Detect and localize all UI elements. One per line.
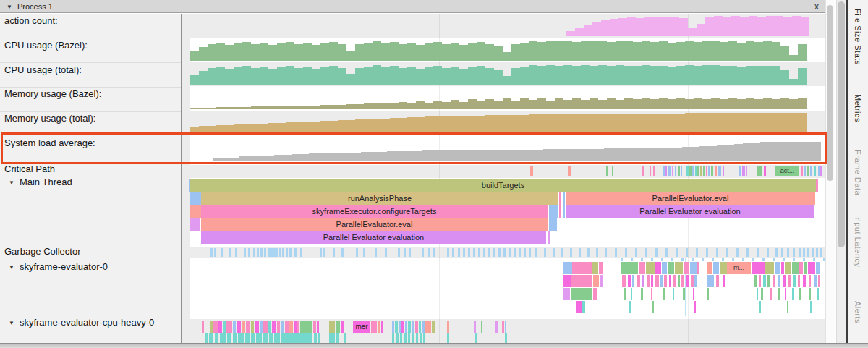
sidebar-tab-alerts[interactable]: Alerts [854, 301, 862, 323]
trace-slice[interactable] [401, 321, 404, 333]
trace-slice[interactable] [707, 275, 714, 287]
trace-slice[interactable] [281, 321, 284, 333]
critical-path-slice[interactable] [757, 166, 762, 176]
trace-slice[interactable] [242, 321, 245, 333]
gc-slice[interactable] [535, 248, 537, 257]
trace-slice[interactable] [799, 288, 801, 300]
trace-slice[interactable] [631, 288, 632, 300]
trace-slice[interactable] [639, 262, 645, 274]
trace-slice[interactable] [251, 321, 254, 333]
gc-slice[interactable] [468, 248, 470, 257]
trace-slice[interactable] [809, 275, 811, 287]
gc-slice[interactable] [529, 248, 531, 257]
trace-slice[interactable] [707, 262, 712, 274]
gc-slice[interactable] [615, 248, 617, 257]
trace-slice[interactable] [793, 275, 796, 287]
trace-slice[interactable] [563, 262, 572, 274]
critical-path-slice[interactable] [681, 166, 682, 176]
trace-slice[interactable] [792, 288, 794, 300]
gc-slice[interactable] [356, 248, 358, 257]
trace-slice[interactable] [816, 262, 820, 274]
trace-slice[interactable]: buildTargets [190, 179, 816, 192]
trace-slice[interactable] [628, 275, 631, 287]
inner-scrollbar-thumb[interactable] [827, 5, 833, 181]
gc-slice[interactable] [463, 248, 465, 257]
trace-slice[interactable] [274, 333, 280, 343]
sidebar-tab-file-size-stats[interactable]: File Size Stats [854, 9, 862, 65]
critical-path-slice[interactable] [764, 166, 766, 176]
trace-slice[interactable] [763, 275, 766, 287]
gc-slice[interactable] [524, 248, 526, 257]
collapse-arrow-icon[interactable]: ▼ [7, 4, 12, 10]
gc-slice[interactable] [428, 248, 430, 257]
timeline-canvas[interactable]: act...buildTargetsrunAnalysisPhaseParall… [0, 0, 825, 343]
trace-slice[interactable] [681, 275, 684, 287]
trace-slice[interactable] [693, 288, 694, 300]
trace-slice[interactable] [582, 301, 585, 313]
trace-slice[interactable] [190, 205, 201, 218]
trace-slice[interactable] [785, 262, 791, 274]
gc-slice[interactable] [276, 248, 278, 257]
trace-slice[interactable] [678, 275, 680, 287]
gc-slice[interactable] [783, 258, 785, 261]
trace-slice[interactable] [752, 262, 765, 274]
trace-slice[interactable] [720, 262, 727, 274]
gc-slice[interactable] [793, 248, 795, 257]
trace-slice[interactable] [655, 262, 661, 274]
trace-slice[interactable] [408, 321, 411, 333]
critical-path-slice[interactable] [746, 166, 747, 176]
trace-slice[interactable] [707, 288, 709, 300]
trace-slice[interactable] [655, 275, 659, 287]
trace-slice[interactable] [432, 321, 435, 333]
gc-slice[interactable] [561, 248, 563, 257]
trace-slice[interactable] [621, 262, 638, 274]
trace-slice[interactable] [593, 288, 597, 300]
trace-slice[interactable] [788, 275, 791, 287]
trace-slice[interactable] [549, 218, 557, 231]
gc-slice[interactable] [681, 258, 684, 261]
gc-slice[interactable] [773, 258, 775, 261]
trace-slice[interactable] [313, 321, 316, 333]
gc-slice[interactable] [671, 258, 673, 261]
gc-slice[interactable] [803, 248, 805, 257]
gc-slice[interactable] [645, 248, 647, 257]
trace-slice[interactable] [202, 321, 204, 333]
trace-slice[interactable] [694, 275, 697, 287]
gc-slice[interactable] [253, 248, 255, 257]
trace-slice[interactable] [269, 333, 273, 343]
gc-slice[interactable] [473, 248, 475, 257]
trace-slice[interactable] [760, 301, 761, 313]
gc-slice[interactable] [553, 248, 555, 257]
trace-slice[interactable] [286, 333, 312, 343]
gc-slice[interactable] [333, 248, 335, 257]
trace-slice[interactable] [245, 333, 250, 343]
trace-slice[interactable] [624, 288, 626, 300]
trace-slice[interactable] [713, 262, 719, 274]
gc-slice[interactable] [641, 258, 643, 261]
trace-slice[interactable]: m... [727, 262, 751, 274]
critical-path-slice[interactable] [678, 166, 680, 176]
gc-slice[interactable] [781, 248, 783, 257]
gc-slice[interactable] [503, 248, 506, 257]
gc-slice[interactable] [422, 248, 424, 257]
trace-slice[interactable]: Parallel Evaluator evaluation [201, 231, 546, 244]
critical-path-slice[interactable] [820, 166, 822, 176]
critical-path-slice[interactable] [642, 166, 644, 176]
trace-slice[interactable]: ParallelEvaluator.eval [201, 218, 548, 231]
trace-slice[interactable] [673, 275, 676, 287]
trace-slice[interactable] [817, 288, 819, 300]
trace-slice[interactable] [341, 321, 344, 333]
critical-path-slice[interactable] [708, 166, 710, 176]
trace-slice[interactable] [814, 275, 817, 287]
trace-slice[interactable] [268, 321, 271, 333]
critical-path-slice[interactable] [739, 166, 741, 176]
trace-slice[interactable] [281, 333, 286, 343]
trace-slice[interactable] [404, 333, 407, 343]
trace-slice[interactable] [220, 333, 226, 343]
critical-path-slice[interactable] [695, 166, 697, 176]
gc-slice[interactable] [787, 248, 789, 257]
gc-slice[interactable] [214, 248, 216, 257]
critical-path-slice[interactable] [663, 166, 665, 176]
trace-slice[interactable] [647, 275, 650, 287]
trace-slice[interactable] [475, 333, 477, 343]
